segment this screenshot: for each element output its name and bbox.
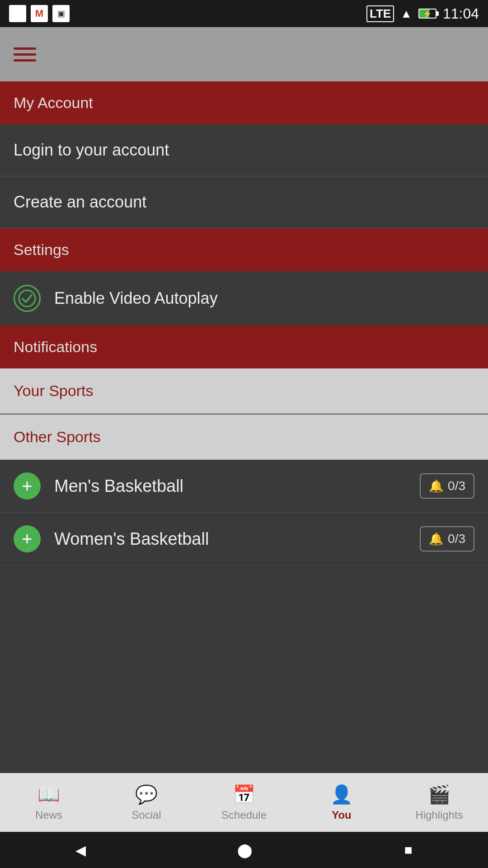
status-bar: M ▣ LTE ▲ ⚡ 11:04 xyxy=(0,0,488,27)
mens-basketball-label: Men's Basketball xyxy=(54,476,183,496)
bell-icon-mens: 🔔 xyxy=(429,479,443,493)
nav-item-you[interactable]: 👤 You xyxy=(293,773,390,832)
login-item[interactable]: Login to your account xyxy=(0,124,488,176)
sport-item-mens-basketball: + Men's Basketball 🔔 0/3 xyxy=(0,460,488,513)
app-icon-white xyxy=(9,5,26,22)
home-button[interactable]: ⬤ xyxy=(237,842,253,858)
bottom-nav: 📖 News 💬 Social 📅 Schedule 👤 You 🎬 Highl… xyxy=(0,773,488,832)
nav-item-news[interactable]: 📖 News xyxy=(0,773,98,832)
sport-item-left-mens: + Men's Basketball xyxy=(14,472,183,500)
nav-item-schedule[interactable]: 📅 Schedule xyxy=(195,773,293,832)
gmail-icon: M xyxy=(31,5,48,22)
mens-basketball-notification-count: 0/3 xyxy=(448,479,465,493)
your-sports-label: Your Sports xyxy=(14,382,93,399)
checkmark-svg xyxy=(18,289,36,307)
schedule-nav-label: Schedule xyxy=(221,809,267,821)
add-mens-basketball-button[interactable]: + xyxy=(14,472,41,500)
womens-basketball-notification-count: 0/3 xyxy=(448,532,465,546)
add-womens-basketball-button[interactable]: + xyxy=(14,525,41,552)
back-button[interactable]: ◀ xyxy=(75,842,86,858)
signal-icon: ▲ xyxy=(400,7,412,21)
autoplay-check-icon xyxy=(14,285,41,312)
create-account-item[interactable]: Create an account xyxy=(0,176,488,228)
your-sports-section: Your Sports xyxy=(0,368,488,414)
autoplay-label: Enable Video Autoplay xyxy=(54,289,218,308)
battery-icon: ⚡ xyxy=(418,9,436,19)
highlights-nav-label: Highlights xyxy=(415,809,463,821)
my-account-section-header: My Account xyxy=(0,81,488,124)
schedule-icon: 📅 xyxy=(233,784,255,805)
my-account-label: My Account xyxy=(14,94,93,111)
nav-item-highlights[interactable]: 🎬 Highlights xyxy=(390,773,488,832)
you-icon: 👤 xyxy=(330,784,353,805)
nav-item-social[interactable]: 💬 Social xyxy=(98,773,195,832)
mens-basketball-notification-badge[interactable]: 🔔 0/3 xyxy=(420,473,474,499)
womens-basketball-label: Women's Basketball xyxy=(54,529,209,549)
status-bar-left: M ▣ xyxy=(9,5,70,22)
clock: 11:04 xyxy=(443,5,479,22)
you-nav-label: You xyxy=(332,809,352,821)
notifications-section-header: Notifications xyxy=(0,326,488,368)
create-account-label: Create an account xyxy=(14,193,146,212)
notifications-label: Notifications xyxy=(14,338,97,355)
battery-bolt: ⚡ xyxy=(423,9,432,18)
lte-indicator: LTE xyxy=(366,5,394,22)
autoplay-row[interactable]: Enable Video Autoplay xyxy=(0,271,488,326)
other-sports-label: Other Sports xyxy=(14,428,101,445)
recent-button[interactable]: ■ xyxy=(404,842,412,858)
settings-label: Settings xyxy=(14,241,69,258)
account-menu-section: Login to your account Create an account xyxy=(0,124,488,228)
news-nav-label: News xyxy=(35,809,62,821)
status-bar-right: LTE ▲ ⚡ 11:04 xyxy=(366,5,479,22)
svg-point-0 xyxy=(19,290,35,307)
login-label: Login to your account xyxy=(14,141,169,160)
hamburger-menu[interactable] xyxy=(14,47,36,61)
social-icon: 💬 xyxy=(135,784,158,805)
app-header xyxy=(0,27,488,81)
android-nav-bar: ◀ ⬤ ■ xyxy=(0,832,488,868)
other-sports-section: Other Sports xyxy=(0,415,488,460)
sport-item-left-womens: + Women's Basketball xyxy=(14,525,209,552)
social-nav-label: Social xyxy=(131,809,161,821)
bell-icon-womens: 🔔 xyxy=(429,532,443,546)
highlights-icon: 🎬 xyxy=(428,784,450,805)
message-icon: ▣ xyxy=(52,5,70,22)
settings-section-header: Settings xyxy=(0,228,488,271)
news-icon: 📖 xyxy=(38,784,60,805)
womens-basketball-notification-badge[interactable]: 🔔 0/3 xyxy=(420,526,474,552)
sport-item-womens-basketball: + Women's Basketball 🔔 0/3 xyxy=(0,513,488,566)
